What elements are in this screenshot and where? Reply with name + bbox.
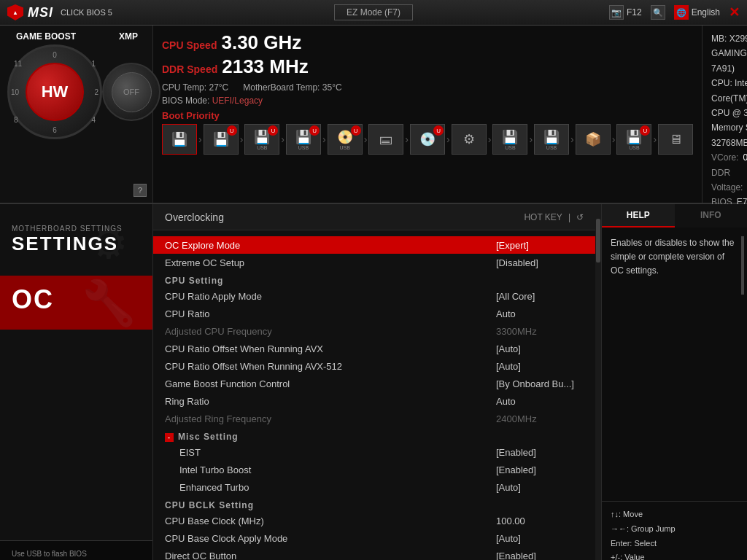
setting-row[interactable]: Intel Turbo Boost[Enabled] xyxy=(153,461,595,478)
setting-name: Enhanced Turbo xyxy=(165,482,496,493)
screenshot-control[interactable]: 📷 F12 xyxy=(609,5,642,20)
setting-value: [Disabled] xyxy=(496,257,584,268)
help-text: Enables or disables to show the simple o… xyxy=(611,238,734,276)
sidebar: Motherboard settings SETTINGS ⚙ OC 🔧 Use… xyxy=(0,204,153,560)
boot-arrow: › xyxy=(488,133,492,145)
boot-device[interactable]: 💾 U USB xyxy=(616,124,651,155)
logo-text: MSI xyxy=(28,5,53,20)
game-boost-knob[interactable]: 0 11 1 10 2 8 4 6 HW xyxy=(7,44,102,139)
close-button[interactable]: ✕ xyxy=(729,4,740,20)
ddr-voltage-row: DDR Voltage: 1.200V xyxy=(711,166,747,195)
legend-group-key: →←: Group Jump xyxy=(611,522,676,537)
legend: ↑↓: Move →←: Group Jump Enter: Select +/… xyxy=(602,501,747,560)
boot-device[interactable]: 💿 U xyxy=(410,124,445,155)
boot-device[interactable]: 💾 USB xyxy=(492,124,527,155)
setting-value: Auto xyxy=(496,308,584,319)
system-info-panel: MB: X299 XPOWER GAMING AC (MS-7A91) CPU:… xyxy=(702,26,747,203)
boot-dev-label: USB xyxy=(339,145,349,150)
setting-row[interactable]: OC Explore Mode[Expert] xyxy=(153,236,595,254)
ez-mode-button[interactable]: EZ Mode (F7) xyxy=(334,4,413,20)
setting-value: 3300MHz xyxy=(496,326,584,337)
top-right-controls: 📷 F12 🔍 🌐 English ✕ xyxy=(609,4,740,20)
sidebar-item-oc[interactable]: OC 🔧 xyxy=(0,276,152,330)
boot-arrow: › xyxy=(570,133,574,145)
tab-help[interactable]: HELP xyxy=(602,204,675,228)
sidebar-mflash[interactable]: Use USB to flash BIOS M-FLASH xyxy=(0,540,152,560)
setting-row[interactable]: Extreme OC Setup[Disabled] xyxy=(153,254,595,271)
f12-label: F12 xyxy=(627,7,642,18)
hotkey-area: HOT KEY | ↺ xyxy=(524,212,584,222)
tab-info[interactable]: INFO xyxy=(675,204,748,228)
setting-row[interactable]: Adjusted Ring Frequency2400MHz xyxy=(153,410,595,427)
setting-value: [Enabled] xyxy=(496,464,584,475)
setting-row[interactable]: Ring RatioAuto xyxy=(153,392,595,410)
help-question-button[interactable]: ? xyxy=(133,184,147,197)
setting-value: [Enabled] xyxy=(496,447,584,458)
logo: ▲ MSI CLICK BIOS 5 xyxy=(7,4,112,20)
sidebar-item-settings[interactable]: Motherboard settings SETTINGS ⚙ xyxy=(0,216,152,270)
boot-device[interactable]: 🖥 xyxy=(658,124,693,155)
knob-hw-label: HW xyxy=(42,82,69,101)
section-header: CPU BCLK Setting xyxy=(153,496,595,512)
setting-value: [Expert] xyxy=(496,240,584,251)
boot-device[interactable]: 💾 U xyxy=(204,124,239,155)
setting-row[interactable]: EIST[Enabled] xyxy=(153,443,595,461)
hotkey-label: HOT KEY xyxy=(524,212,562,222)
boot-dev-icon: 📦 xyxy=(585,131,601,147)
boot-dev-badge: U xyxy=(433,125,444,136)
boot-device[interactable]: 🖴 xyxy=(368,124,403,155)
help-panel: HELP INFO Enables or disables to show th… xyxy=(601,204,747,560)
boot-arrow: › xyxy=(364,133,368,145)
setting-row[interactable]: CPU Ratio Offset When Running AVX[Auto] xyxy=(153,340,595,357)
boot-dev-icon: 💾 xyxy=(213,131,229,147)
boot-dev-icon: 🖴 xyxy=(379,132,392,147)
msi-shield-icon: ▲ xyxy=(7,4,23,20)
setting-row[interactable]: Game Boost Function Control[By Onboard B… xyxy=(153,375,595,392)
setting-row[interactable]: CPU Base Clock Apply Mode[Auto] xyxy=(153,529,595,547)
boot-device[interactable]: 💾 xyxy=(162,124,197,155)
setting-row[interactable]: Direct OC Button[Enabled] xyxy=(153,547,595,560)
setting-row[interactable]: CPU RatioAuto xyxy=(153,305,595,322)
collapse-button[interactable]: - xyxy=(165,433,174,442)
setting-row[interactable]: Enhanced Turbo[Auto] xyxy=(153,478,595,496)
knob-num-2: 2 xyxy=(94,88,98,96)
setting-value: 2400MHz xyxy=(496,413,584,424)
cpu-speed-label: CPU Speed xyxy=(162,39,217,51)
boot-dev-label: USB xyxy=(546,145,557,150)
knob-num-10: 10 xyxy=(11,88,19,96)
boot-dev-label: USB xyxy=(298,145,309,150)
boot-device[interactable]: 💾 U USB xyxy=(244,124,279,155)
setting-row[interactable]: Adjusted CPU Frequency3300MHz xyxy=(153,322,595,340)
boot-device[interactable]: 📦 xyxy=(576,124,611,155)
ddr-speed-value: 2133 MHz xyxy=(222,55,309,78)
setting-row[interactable]: CPU Ratio Apply Mode[All Core] xyxy=(153,287,595,305)
boot-device[interactable]: 📀 U USB xyxy=(328,124,363,155)
language-control[interactable]: 🌐 English xyxy=(674,5,720,20)
oc-settings-list: OC Explore Mode[Expert]Extreme OC Setup[… xyxy=(153,230,595,560)
boot-device[interactable]: ⚙ xyxy=(452,124,487,155)
refresh-icon[interactable]: ↺ xyxy=(576,212,584,222)
boot-device[interactable]: 💾 U USB xyxy=(286,124,321,155)
boot-dev-badge: U xyxy=(309,125,320,136)
boot-dev-badge: U xyxy=(227,125,237,136)
knob-num-8: 8 xyxy=(14,116,18,124)
search-control[interactable]: 🔍 xyxy=(651,5,665,20)
scrollbar[interactable] xyxy=(595,204,601,560)
setting-row[interactable]: CPU Base Clock (MHz)100.00 xyxy=(153,512,595,529)
setting-row[interactable]: CPU Ratio Offset When Running AVX-512[Au… xyxy=(153,357,595,375)
section-header: -Misc Setting xyxy=(153,427,595,443)
cpu-speed-block: CPU Speed 3.30 GHz xyxy=(162,31,309,54)
boot-dev-badge: U xyxy=(351,125,361,136)
help-content: Enables or disables to show the simple o… xyxy=(602,228,747,501)
game-boost-panel: GAME BOOST XMP 0 11 1 10 2 8 4 6 HW xyxy=(0,26,153,203)
xmp-knob-inner: OFF xyxy=(112,72,152,112)
vcore-value: 0.958V xyxy=(743,150,747,165)
bios-mode-value: UEFI/Legacy xyxy=(212,96,263,106)
ddr-speed-block: DDR Speed 2133 MHz xyxy=(162,55,309,78)
knob-container: 0 11 1 10 2 8 4 6 HW OFF xyxy=(0,44,152,139)
boot-device[interactable]: 💾 USB xyxy=(534,124,569,155)
bios-mode-label: BIOS Mode: xyxy=(162,96,212,106)
temps-row: CPU Temp: 27°C MotherBoard Temp: 35°C xyxy=(162,82,693,93)
xmp-knob[interactable]: OFF xyxy=(102,63,160,121)
game-boost-label: GAME BOOST xyxy=(7,31,76,42)
